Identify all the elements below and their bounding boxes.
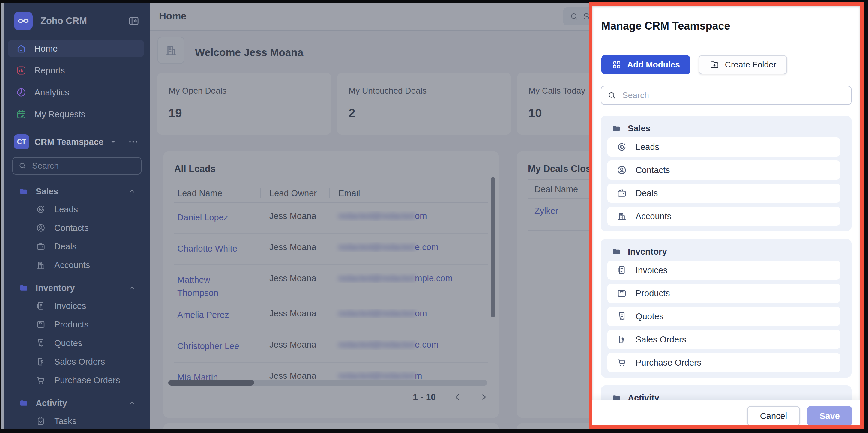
sidebar-module-item[interactable]: Accounts (4, 257, 150, 274)
module-label: Tasks (54, 416, 76, 426)
sidebar-nav: Home Reports Analytics My Requests (8, 40, 144, 123)
sidebar-module-item[interactable]: Sales Orders (4, 353, 150, 370)
chevron-up-icon[interactable] (128, 284, 136, 292)
sidebar-module-item[interactable]: Leads (4, 201, 150, 218)
sidebar-section-header[interactable]: Inventory (4, 281, 150, 295)
previous-page-icon[interactable] (453, 392, 462, 402)
lead-email[interactable]: redacted@redactedmple.com (329, 274, 488, 283)
module-label: Contacts (54, 223, 89, 233)
sidebar-section-header[interactable]: Sales (4, 184, 150, 198)
sidebar-module-item[interactable]: Products (4, 316, 150, 333)
leads-table: Lead Name Lead Owner Email Daniel Lopez … (174, 184, 488, 384)
module-row[interactable]: Contacts (607, 160, 840, 180)
lead-email[interactable]: redacted@redactedom (329, 309, 488, 318)
highlight-frame: Manage CRM Teamspace Add Modules Create … (589, 2, 864, 429)
module-icon (36, 357, 46, 367)
metric-card[interactable]: My Untouched Deals 2 (337, 73, 511, 135)
sidebar: Zoho CRM Home Reports Analytics (4, 3, 150, 429)
sidebar-module-item[interactable]: Contacts (4, 219, 150, 236)
nav-item-icon (16, 43, 27, 54)
module-label: Deals (54, 242, 76, 252)
vertical-scrollbar[interactable] (491, 177, 495, 317)
module-row[interactable]: Invoices (607, 260, 840, 280)
teamspace-name[interactable]: CRM Teamspace (34, 137, 103, 147)
module-label: Leads (636, 142, 659, 152)
column-header[interactable]: Email (329, 188, 488, 198)
section-label: Sales (36, 187, 121, 196)
chevron-down-icon[interactable] (109, 137, 117, 146)
column-header[interactable]: Lead Owner (260, 188, 329, 198)
panel-footer: Cancel Save (592, 400, 860, 425)
module-row[interactable]: Deals (607, 184, 840, 203)
module-icon (36, 223, 46, 233)
sidebar-section-header[interactable]: Activity (4, 396, 150, 410)
metric-card[interactable]: My Open Deals 19 (157, 73, 331, 135)
sidebar-search[interactable] (12, 157, 142, 175)
divider (528, 230, 589, 231)
email-suffix: om (415, 309, 427, 318)
divider (528, 198, 589, 198)
module-row[interactable]: Quotes (607, 307, 840, 326)
panel-search-input[interactable] (622, 90, 845, 100)
sidebar-nav-item[interactable]: Analytics (8, 84, 144, 101)
module-label: Leads (54, 205, 78, 214)
save-button[interactable]: Save (807, 406, 852, 425)
module-label: Products (54, 320, 89, 330)
chevron-up-icon[interactable] (128, 187, 136, 195)
deal-name-link[interactable]: Zylker (534, 206, 558, 216)
panel-search[interactable] (601, 86, 851, 105)
module-icon (36, 204, 46, 214)
lead-email[interactable]: redacted@redactede.com (329, 242, 488, 252)
next-page-icon[interactable] (479, 392, 489, 402)
lead-name-link[interactable]: Charlotte White (174, 242, 260, 255)
zoho-crm-logo (14, 12, 33, 30)
global-search[interactable]: Se (563, 7, 589, 26)
lead-email[interactable]: redacted@redactedm (329, 371, 488, 381)
cancel-button[interactable]: Cancel (747, 406, 800, 425)
module-row[interactable]: Leads (607, 137, 840, 157)
lead-owner: Jess Moana (260, 274, 329, 283)
group-label: Sales (628, 124, 651, 133)
add-modules-button[interactable]: Add Modules (601, 55, 690, 74)
sidebar-nav-item[interactable]: Reports (8, 62, 144, 79)
sidebar-nav-item[interactable]: My Requests (8, 105, 144, 123)
chevron-up-icon[interactable] (128, 399, 136, 407)
lead-email[interactable]: redacted@redactedom (329, 211, 488, 221)
email-blurred: redacted@redacted (338, 242, 415, 252)
metric-card[interactable]: My Calls Today 10 (517, 73, 589, 135)
sidebar-collapse-icon[interactable] (128, 15, 140, 27)
lead-name-link[interactable]: Christopher Lee (174, 340, 260, 353)
teamspace-row: CT CRM Teamspace (14, 134, 138, 149)
sidebar-module-item[interactable]: Purchase Orders (4, 372, 150, 389)
module-row[interactable]: Accounts (607, 207, 840, 226)
create-folder-button[interactable]: Create Folder (699, 55, 787, 74)
welcome-heading: Welcome Jess Moana (195, 47, 303, 59)
scrollbar-thumb[interactable] (168, 380, 254, 385)
column-header[interactable]: Lead Name (174, 188, 260, 198)
horizontal-scrollbar[interactable] (168, 380, 487, 385)
sidebar-module-item[interactable]: Quotes (4, 335, 150, 351)
panel-actions: Add Modules Create Folder (601, 55, 851, 74)
module-label: Invoices (54, 301, 86, 311)
lead-name-link[interactable]: Daniel Lopez (174, 211, 260, 224)
sidebar-module-item[interactable]: Tasks (4, 412, 150, 429)
lead-owner: Jess Moana (260, 211, 329, 221)
sidebar-module-item[interactable]: Deals (4, 238, 150, 255)
module-row[interactable]: Products (607, 284, 840, 303)
module-row[interactable]: Purchase Orders (607, 353, 840, 372)
lead-name-link[interactable]: Amelia Perez (174, 309, 260, 322)
sidebar-search-input[interactable] (31, 161, 135, 171)
more-options-icon[interactable] (128, 136, 138, 147)
sidebar-nav-item[interactable]: Home (8, 40, 144, 57)
panel-title: Manage CRM Teamspace (601, 20, 851, 32)
all-leads-widget: All Leads Lead Name Lead Owner Email Dan… (163, 151, 499, 418)
lead-email[interactable]: redacted@redactede.com (329, 340, 488, 350)
section-label: Inventory (36, 283, 121, 293)
column-header[interactable]: Deal Name (534, 184, 578, 194)
search-icon (18, 162, 27, 170)
module-row[interactable]: Sales Orders (607, 330, 840, 349)
module-label: Products (636, 288, 670, 298)
sidebar-module-item[interactable]: Invoices (4, 298, 150, 314)
folder-icon (19, 187, 29, 196)
lead-name-link[interactable]: Matthew Thompson (174, 274, 260, 300)
